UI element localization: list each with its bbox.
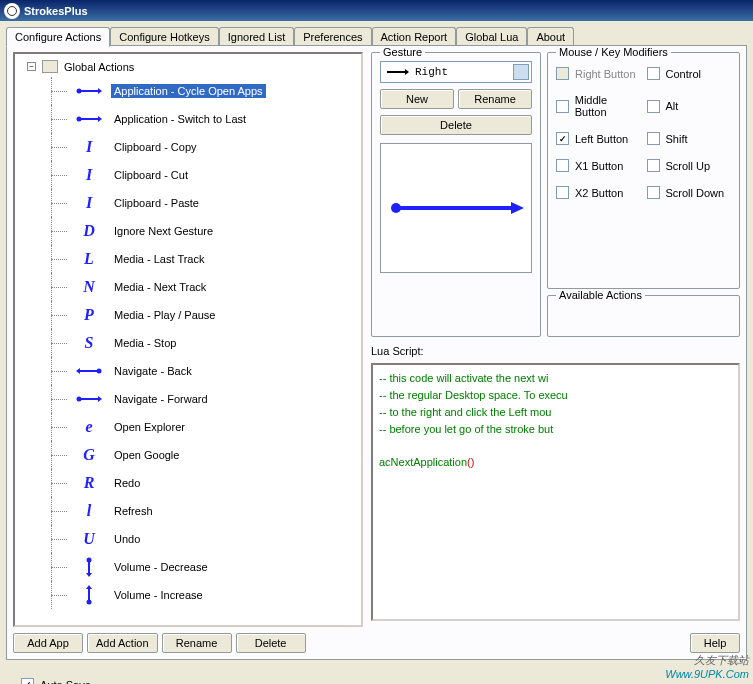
tree-root-label: Global Actions	[64, 61, 134, 73]
modifier-scroll-up[interactable]: Scroll Up	[647, 159, 732, 172]
action-tree[interactable]: − Global Actions Application - Cycle Ope…	[13, 52, 363, 627]
gesture-glyph-icon	[75, 80, 103, 102]
gesture-glyph-icon: L	[75, 248, 103, 270]
gesture-rename-button[interactable]: Rename	[458, 89, 532, 109]
tree-item-label: Volume - Increase	[111, 588, 206, 602]
tree-item-label: Navigate - Back	[111, 364, 195, 378]
tab-global-lua[interactable]: Global Lua	[456, 27, 527, 46]
tree-item[interactable]: IClipboard - Copy	[19, 133, 361, 161]
modifier-x2-button[interactable]: X2 Button	[556, 186, 641, 199]
gesture-new-button[interactable]: New	[380, 89, 454, 109]
gesture-glyph-icon	[75, 556, 103, 578]
tree-item[interactable]: NMedia - Next Track	[19, 273, 361, 301]
add-app-button[interactable]: Add App	[13, 633, 83, 653]
gesture-glyph-icon: I	[75, 164, 103, 186]
svg-marker-11	[98, 396, 102, 402]
tree-item[interactable]: Volume - Increase	[19, 581, 361, 609]
modifier-label: X2 Button	[575, 187, 623, 199]
tree-item-label: Clipboard - Cut	[111, 168, 191, 182]
gesture-fieldset: Gesture Right New Rename Delete	[371, 52, 541, 337]
tab-configure-hotkeys[interactable]: Configure Hotkeys	[110, 27, 219, 46]
svg-marker-14	[86, 573, 92, 577]
content-area: Configure ActionsConfigure HotkeysIgnore…	[0, 21, 753, 684]
tree-root-node[interactable]: − Global Actions	[27, 60, 361, 73]
titlebar: StrokesPlus	[0, 0, 753, 21]
tree-item[interactable]: PMedia - Play / Pause	[19, 301, 361, 329]
tree-item-label: Application - Cycle Open Apps	[111, 84, 266, 98]
delete-button[interactable]: Delete	[236, 633, 306, 653]
modifier-label: Shift	[666, 133, 688, 145]
folder-icon	[42, 60, 58, 73]
tree-item[interactable]: SMedia - Stop	[19, 329, 361, 357]
tree-item-label: Volume - Decrease	[111, 560, 211, 574]
checkbox-icon	[556, 186, 569, 199]
tree-item[interactable]: IClipboard - Paste	[19, 189, 361, 217]
tree-item-label: Clipboard - Copy	[111, 140, 200, 154]
gesture-glyph-icon: P	[75, 304, 103, 326]
gesture-dropdown[interactable]: Right	[380, 61, 532, 83]
tab-preferences[interactable]: Preferences	[294, 27, 371, 46]
gesture-stroke-icon	[386, 188, 526, 228]
svg-marker-22	[511, 202, 524, 214]
checkbox-icon	[647, 100, 660, 113]
auto-save-checkbox[interactable]: Auto Save	[21, 678, 91, 684]
tree-item[interactable]: RRedo	[19, 469, 361, 497]
tree-item[interactable]: DIgnore Next Gesture	[19, 217, 361, 245]
tree-item[interactable]: Navigate - Back	[19, 357, 361, 385]
modifier-middle-button[interactable]: Middle Button	[556, 94, 641, 118]
checkbox-icon	[647, 67, 660, 80]
gesture-delete-button[interactable]: Delete	[380, 115, 532, 135]
modifier-label: Left Button	[575, 133, 628, 145]
modifier-alt[interactable]: Alt	[647, 94, 732, 118]
lua-script-editor[interactable]: -- this code will activate the next wi -…	[371, 363, 740, 621]
modifier-shift[interactable]: Shift	[647, 132, 732, 145]
tree-item[interactable]: Application - Switch to Last	[19, 105, 361, 133]
auto-save-label: Auto Save	[40, 679, 91, 685]
checkbox-icon	[21, 678, 34, 684]
tree-item[interactable]: UUndo	[19, 525, 361, 553]
available-actions-fieldset: Available Actions	[547, 295, 740, 337]
gesture-glyph-icon: I	[75, 136, 103, 158]
tree-item[interactable]: Application - Cycle Open Apps	[19, 77, 361, 105]
gesture-glyph-icon	[75, 584, 103, 606]
tree-item[interactable]: Navigate - Forward	[19, 385, 361, 413]
tree-item-label: Media - Next Track	[111, 280, 209, 294]
tree-item-label: Undo	[111, 532, 143, 546]
modifier-label: Control	[666, 68, 701, 80]
tree-item[interactable]: IClipboard - Cut	[19, 161, 361, 189]
tab-configure-actions[interactable]: Configure Actions	[6, 27, 110, 47]
tree-item[interactable]: lRefresh	[19, 497, 361, 525]
tab-about[interactable]: About	[527, 27, 574, 46]
tab-action-report[interactable]: Action Report	[372, 27, 457, 46]
app-icon	[4, 3, 20, 19]
help-button[interactable]: Help	[690, 633, 740, 653]
modifier-scroll-down[interactable]: Scroll Down	[647, 186, 732, 199]
tab-ignored-list[interactable]: Ignored List	[219, 27, 294, 46]
gesture-glyph-icon: I	[75, 192, 103, 214]
tree-item[interactable]: GOpen Google	[19, 441, 361, 469]
tree-item-label: Media - Stop	[111, 336, 179, 350]
gesture-glyph-icon: D	[75, 220, 103, 242]
rename-button[interactable]: Rename	[162, 633, 232, 653]
tree-item[interactable]: Volume - Decrease	[19, 553, 361, 581]
gesture-arrow-icon	[385, 67, 409, 77]
checkbox-icon	[556, 159, 569, 172]
tree-item[interactable]: LMedia - Last Track	[19, 245, 361, 273]
modifiers-label: Mouse / Key Modifiers	[556, 46, 671, 58]
checkbox-icon	[556, 67, 569, 80]
gesture-fieldset-label: Gesture	[380, 46, 425, 58]
tree-item-label: Open Google	[111, 448, 182, 462]
tree-item[interactable]: eOpen Explorer	[19, 413, 361, 441]
gesture-glyph-icon: e	[75, 416, 103, 438]
watermark-url: Www.9UPK.Com	[665, 668, 749, 680]
modifier-control[interactable]: Control	[647, 67, 732, 80]
gesture-glyph-icon: U	[75, 528, 103, 550]
modifier-left-button[interactable]: Left Button	[556, 132, 641, 145]
expand-collapse-icon[interactable]: −	[27, 62, 36, 71]
add-action-button[interactable]: Add Action	[87, 633, 158, 653]
gesture-preview	[380, 143, 532, 273]
gesture-glyph-icon: N	[75, 276, 103, 298]
checkbox-icon	[647, 186, 660, 199]
tree-item-label: Media - Last Track	[111, 252, 207, 266]
modifier-x1-button[interactable]: X1 Button	[556, 159, 641, 172]
